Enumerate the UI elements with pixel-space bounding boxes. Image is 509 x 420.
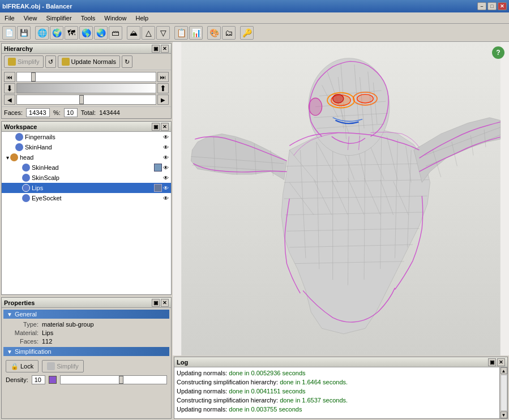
- update-normals-icon: [62, 58, 70, 66]
- maximize-button[interactable]: □: [487, 2, 497, 10]
- density-slider[interactable]: [60, 375, 167, 384]
- slider-max-btn[interactable]: ⬆: [157, 83, 169, 93]
- log-close-btn[interactable]: ✕: [497, 358, 505, 366]
- menu-simplifier[interactable]: Simplifier: [41, 14, 76, 23]
- toolbar-btn2[interactable]: 🌍: [50, 26, 63, 40]
- toolbar: 📄 💾 🌐 🌍 🗺 🌎 🌏 🗃 ⛰ △ ▽ 📋 📊 🎨 🗂 🔑: [0, 24, 509, 42]
- tree-item-head[interactable]: ▾ head 👁: [2, 152, 171, 162]
- skinscalp-icon: [22, 174, 30, 182]
- svg-point-64: [309, 98, 322, 115]
- titlebar: bIFREAK.obj - Balancer – □ ✕: [0, 0, 509, 12]
- close-button[interactable]: ✕: [498, 2, 507, 10]
- workspace-restore-btn[interactable]: ▣: [152, 123, 160, 131]
- simplify-button[interactable]: Simplify: [4, 55, 44, 68]
- slider-end-btn[interactable]: ⏭: [157, 72, 169, 82]
- menu-file[interactable]: File: [0, 14, 19, 23]
- refresh-button[interactable]: ↺: [45, 55, 56, 68]
- tree-item-fingernails[interactable]: Fingernails 👁: [2, 132, 171, 142]
- toolbar-btn6[interactable]: 🗃: [109, 26, 122, 40]
- log-line-2: Constructing simplification hierarchy: d…: [177, 378, 497, 387]
- log-line-4: Constructing simplification hierarchy: d…: [177, 396, 497, 405]
- viewport-svg: [173, 42, 509, 355]
- hierarchy-restore-btn[interactable]: ▣: [152, 45, 160, 53]
- menubar: File View Simplifier Tools Window Help: [0, 12, 509, 24]
- fingernails-eye-icon[interactable]: 👁: [163, 134, 169, 140]
- material-value: Lips: [42, 329, 53, 336]
- log-line-3-text: Updating normals:: [177, 388, 229, 395]
- head-eye-icon[interactable]: 👁: [163, 155, 169, 161]
- tree-item-skinhand[interactable]: SkinHand 👁: [2, 142, 171, 152]
- hierarchy-arrow-btn[interactable]: ↻: [122, 55, 132, 68]
- skinhead-eye-icon[interactable]: 👁: [163, 165, 169, 171]
- hierarchy-slider-top[interactable]: [16, 72, 156, 82]
- log-scrollbar[interactable]: ▲ ▼: [499, 367, 507, 418]
- workspace-title: Workspace: [4, 123, 37, 130]
- toolbar-btn5[interactable]: 🌏: [94, 26, 108, 40]
- toolbar-btn10[interactable]: 📋: [174, 26, 188, 40]
- minimize-button[interactable]: –: [477, 2, 486, 10]
- skinhand-label: SkinHand: [25, 144, 163, 151]
- menu-window[interactable]: Window: [100, 14, 131, 23]
- toolbar-save[interactable]: 💾: [17, 26, 31, 40]
- toolbar-btn13[interactable]: 🗂: [222, 26, 236, 40]
- density-slider-thumb[interactable]: [119, 376, 123, 384]
- toolbar-btn4[interactable]: 🌎: [79, 26, 93, 40]
- simplify-prop-button[interactable]: Simplify: [42, 360, 84, 372]
- viewport-help-button[interactable]: ?: [492, 46, 504, 59]
- properties-content: ▼ General Type: material sub-group Mater…: [2, 308, 171, 418]
- properties-close-btn[interactable]: ✕: [161, 299, 169, 307]
- toolbar-btn8[interactable]: △: [142, 26, 155, 40]
- toolbar-btn3[interactable]: 🗺: [65, 26, 78, 40]
- log-line-5-text: Updating normals:: [177, 406, 229, 413]
- slider-left-btn[interactable]: ◀: [4, 95, 15, 105]
- menu-view[interactable]: View: [19, 14, 42, 23]
- tree-item-skinscalp[interactable]: SkinScalp 👁: [2, 173, 171, 183]
- slider-thumb-bottom[interactable]: [79, 95, 84, 104]
- lips-icon: [22, 184, 30, 192]
- eyesocket-eye-icon[interactable]: 👁: [163, 195, 169, 202]
- log-scroll-track: [501, 375, 507, 411]
- skinhand-eye-icon[interactable]: 👁: [163, 144, 169, 151]
- viewport[interactable]: ?: [173, 42, 509, 355]
- hierarchy-slider-bottom[interactable]: [16, 95, 156, 105]
- toolbar-new[interactable]: 📄: [2, 26, 16, 40]
- density-label: Density:: [6, 376, 28, 383]
- toolbar-btn14[interactable]: 🔑: [240, 26, 254, 40]
- update-normals-button[interactable]: Update Normals: [58, 55, 120, 68]
- general-section-header[interactable]: ▼ General: [3, 310, 169, 319]
- tree-item-lips[interactable]: Lips 👁: [2, 183, 171, 193]
- tree-item-skinhead[interactable]: SkinHead 👁: [2, 162, 171, 173]
- toolbar-btn11[interactable]: 📊: [189, 26, 203, 40]
- lock-button[interactable]: 🔒 Lock: [6, 360, 39, 372]
- hierarchy-panel-header: Hierarchy ▣ ✕: [2, 44, 171, 54]
- faces-prop-label: Faces:: [8, 338, 42, 345]
- skinscalp-eye-icon[interactable]: 👁: [163, 175, 169, 181]
- simplification-section-header[interactable]: ▼ Simplification: [3, 347, 169, 356]
- properties-restore-btn[interactable]: ▣: [152, 299, 160, 307]
- log-scroll-up[interactable]: ▲: [501, 367, 507, 374]
- simplification-buttons-row: 🔒 Lock Simplify: [3, 358, 169, 374]
- log-line-1-status: done in 0.0052936 seconds: [229, 370, 305, 376]
- slider-thumb-top[interactable]: [31, 72, 36, 82]
- log-panel: Log ▣ ✕ Updating normals: done in 0.0052…: [174, 357, 508, 419]
- log-restore-btn[interactable]: ▣: [488, 358, 496, 366]
- slider-right-btn[interactable]: ▶: [157, 95, 169, 105]
- workspace-close-btn[interactable]: ✕: [161, 123, 169, 131]
- menu-help[interactable]: Help: [131, 14, 153, 23]
- menu-tools[interactable]: Tools: [76, 14, 100, 23]
- toolbar-btn7[interactable]: ⛰: [127, 26, 140, 40]
- simplify-prop-icon: [47, 362, 55, 370]
- tree-item-eyesocket[interactable]: EyeSocket 👁: [2, 193, 171, 203]
- log-scroll-down[interactable]: ▼: [501, 412, 507, 418]
- density-value: 10: [32, 375, 45, 384]
- toolbar-btn9[interactable]: ▽: [156, 26, 170, 40]
- head-expand-icon[interactable]: ▾: [6, 155, 9, 161]
- toolbar-btn1[interactable]: 🌐: [35, 26, 49, 40]
- slider-start-btn[interactable]: ⏮: [4, 72, 15, 82]
- slider-min-btn[interactable]: ⬇: [4, 83, 15, 93]
- lips-eye-icon[interactable]: 👁: [163, 185, 169, 191]
- toolbar-btn12[interactable]: 🎨: [207, 26, 221, 40]
- hierarchy-close-btn[interactable]: ✕: [161, 45, 169, 53]
- log-line-3: Updating normals: done in 0.0041151 seco…: [177, 387, 497, 396]
- log-line-5-status: done in 0.003755 seconds: [229, 406, 302, 413]
